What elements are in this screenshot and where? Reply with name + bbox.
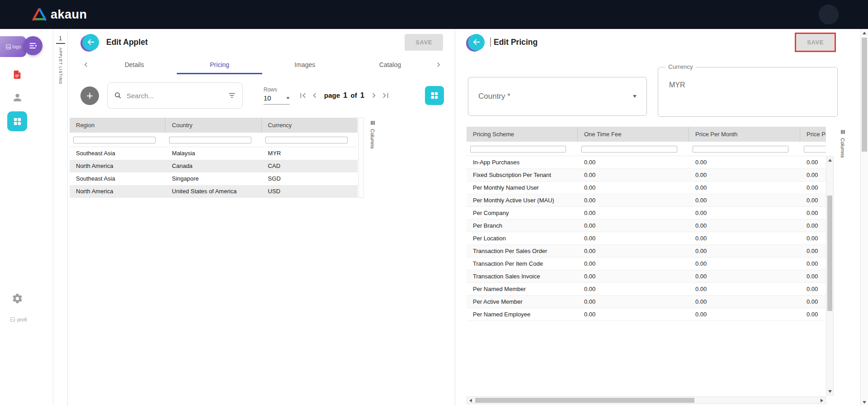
cell-price-4: 0.00 [800,156,826,168]
table-row[interactable]: Southeast Asia Singapore SGD [70,172,358,185]
chevron-left-icon [310,91,320,100]
pagination: page 1 of 1 [297,90,392,101]
app-root: akaun logo [0,0,868,406]
table-body: Southeast Asia Malaysia MYR North Americ… [70,147,358,198]
applet-listing-tab[interactable]: 1 APPLET LISTING [53,29,68,406]
edit-pricing-header: Edit Pricing SAVE [455,29,860,55]
scrollbar-thumb[interactable] [862,38,867,152]
pricing-table-zone: Pricing Scheme One Time Fee Price Per Mo… [467,127,826,321]
sidebar-item-profile[interactable] [7,89,27,106]
pricing-row[interactable]: Transaction Sales Invoice 0.00 0.00 0.00 [467,270,826,283]
pricing-row[interactable]: Fixed Subscription Per Tenant 0.00 0.00 … [467,169,826,182]
currency-field[interactable]: Currency MYR [658,67,838,117]
brand-logo[interactable]: akaun [32,8,87,22]
search-input[interactable] [127,92,223,100]
pricing-row[interactable]: Per Monthly Active User (MAU) 0.00 0.00 … [467,194,826,207]
pricing-scheme-filter-input[interactable] [470,146,566,153]
pricing-row[interactable]: Per Location 0.00 0.00 0.00 [467,232,826,245]
price-per-month-filter-input[interactable] [693,146,788,153]
add-button[interactable]: + [80,86,99,105]
country-filter-input[interactable] [169,137,251,143]
pricing-row[interactable]: Per Active Member 0.00 0.00 0.00 [467,296,826,308]
table-scrollbar-track[interactable] [359,118,364,198]
cell-currency: MYR [262,147,358,160]
scrollbar-thumb[interactable] [475,398,694,403]
one-time-fee-filter-input[interactable] [581,146,677,153]
title-divider [490,38,491,47]
sidebar-item-applet-store[interactable] [7,66,27,83]
pricing-row[interactable]: Per Named Employee 0.00 0.00 0.00 [467,308,826,321]
pricing-row[interactable]: Per Company 0.00 0.00 0.00 [467,207,826,220]
scroll-up-button[interactable] [861,29,868,37]
user-avatar[interactable] [819,5,839,24]
cell-price-per-month: 0.00 [689,296,800,308]
currency-field-value: MYR [669,81,685,89]
rows-value: 10 [264,94,271,102]
cell-scheme: Per Location [467,232,578,244]
last-page-button[interactable] [380,90,392,101]
columns-toggle[interactable]: Columns [838,127,848,158]
scroll-up-button[interactable] [826,157,833,164]
cell-price-4: 0.00 [800,258,826,270]
table-row[interactable]: Southeast Asia Malaysia MYR [70,147,358,160]
cell-price-per-month: 0.00 [689,207,800,219]
pricing-row[interactable]: Per Branch 0.00 0.00 0.00 [467,220,826,232]
cell-region: North America [70,160,165,172]
country-select[interactable]: Country * [468,77,647,116]
tab-details[interactable]: Details [92,55,177,74]
table-row[interactable]: North America Canada CAD [70,160,358,172]
columns-toggle[interactable]: Columns [368,118,377,148]
tabs-scroll-left-button[interactable] [80,59,92,71]
scrollbar-track[interactable] [826,164,833,388]
scrollbar-track[interactable] [474,397,818,404]
filter-button[interactable] [228,91,236,100]
scroll-left-button[interactable] [467,397,474,404]
price-4-filter-input[interactable] [804,146,826,153]
pricing-row[interactable]: Per Monthly Named User 0.00 0.00 0.00 [467,182,826,194]
cell-price-per-month: 0.00 [689,169,800,181]
cell-price-4: 0.00 [800,283,826,295]
tab-pricing[interactable]: Pricing [177,55,262,74]
currency-filter-input[interactable] [265,137,348,143]
tab-images[interactable]: Images [262,55,348,74]
save-button[interactable]: SAVE [405,34,443,51]
table-row[interactable]: North America United States of America U… [70,185,358,198]
pricing-row[interactable]: Transaction Per Sales Order 0.00 0.00 0.… [467,245,826,258]
page-indicator: page 1 of 1 [324,91,364,100]
back-button[interactable] [468,34,485,51]
scroll-right-button[interactable] [818,397,826,404]
grid-view-button[interactable] [425,86,444,105]
scrollbar-thumb[interactable] [827,196,832,311]
tabs-scroll-right-button[interactable] [433,59,444,71]
sidebar: logo [0,29,53,406]
triangle-left-icon [469,399,472,402]
sidebar-logo-image[interactable]: logo [0,36,26,57]
cell-scheme: In-App Purchases [467,156,578,168]
pricing-row[interactable]: In-App Purchases 0.00 0.00 0.00 [467,156,826,169]
first-page-button[interactable] [297,90,309,101]
columns-label: Columns [370,129,375,148]
first-page-icon [298,91,308,100]
sidebar-item-applets[interactable] [7,111,27,131]
cell-price-4: 0.00 [800,232,826,244]
akaun-triangle-icon [32,8,47,21]
scroll-down-button[interactable] [861,398,868,406]
next-page-button[interactable] [368,90,380,101]
table-filter-row [70,133,358,147]
cell-price-per-month: 0.00 [689,308,800,320]
back-button[interactable] [82,34,99,51]
pricing-row[interactable]: Per Named Member 0.00 0.00 0.00 [467,283,826,296]
column-header-price-4: Price Pe [800,127,826,142]
sidebar-item-settings[interactable] [7,290,27,307]
pricing-row[interactable]: Transaction Per Item Code 0.00 0.00 0.00 [467,258,826,270]
sidebar-profile-image[interactable]: profi [7,317,53,322]
filter-icon [228,91,236,100]
scroll-down-button[interactable] [826,388,833,395]
region-filter-input[interactable] [73,137,156,143]
column-header-one-time-fee: One Time Fee [578,127,689,142]
save-button[interactable]: SAVE [796,34,835,51]
rows-select[interactable]: 10 [264,94,290,105]
sidebar-toggle-button[interactable] [24,36,42,55]
previous-page-button[interactable] [309,90,321,101]
tab-catalog[interactable]: Catalog [348,55,433,74]
